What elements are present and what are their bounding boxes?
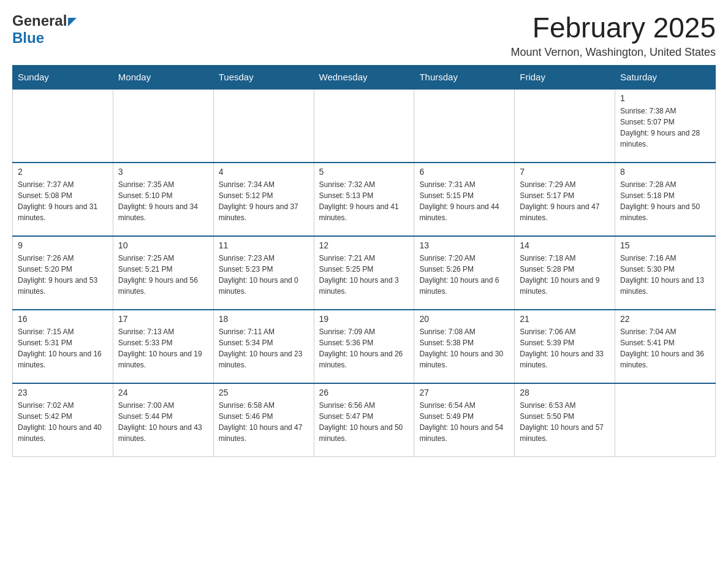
day-number: 14 — [520, 240, 610, 250]
calendar-cell: 11Sunrise: 7:23 AM Sunset: 5:23 PM Dayli… — [213, 236, 314, 310]
day-number: 22 — [620, 314, 710, 324]
day-info: Sunrise: 7:38 AM Sunset: 5:07 PM Dayligh… — [620, 105, 710, 150]
logo-general-text: General — [12, 12, 67, 29]
calendar-cell — [314, 89, 414, 163]
day-number: 19 — [319, 314, 409, 324]
calendar-cell — [213, 89, 314, 163]
calendar-cell: 21Sunrise: 7:06 AM Sunset: 5:39 PM Dayli… — [515, 310, 615, 383]
day-info: Sunrise: 7:00 AM Sunset: 5:44 PM Dayligh… — [118, 400, 208, 444]
day-number: 4 — [219, 167, 309, 177]
calendar-cell: 18Sunrise: 7:11 AM Sunset: 5:34 PM Dayli… — [213, 310, 314, 383]
calendar-week-4: 16Sunrise: 7:15 AM Sunset: 5:31 PM Dayli… — [13, 310, 716, 383]
day-info: Sunrise: 7:13 AM Sunset: 5:33 PM Dayligh… — [118, 326, 208, 370]
calendar-cell: 9Sunrise: 7:26 AM Sunset: 5:20 PM Daylig… — [13, 236, 113, 310]
day-info: Sunrise: 7:08 AM Sunset: 5:38 PM Dayligh… — [419, 326, 509, 370]
calendar-cell: 10Sunrise: 7:25 AM Sunset: 5:21 PM Dayli… — [113, 236, 213, 310]
day-number: 15 — [620, 240, 710, 250]
calendar-cell: 24Sunrise: 7:00 AM Sunset: 5:44 PM Dayli… — [113, 383, 213, 457]
day-info: Sunrise: 7:06 AM Sunset: 5:39 PM Dayligh… — [520, 326, 610, 370]
calendar-week-1: 1Sunrise: 7:38 AM Sunset: 5:07 PM Daylig… — [13, 89, 716, 163]
calendar-cell: 8Sunrise: 7:28 AM Sunset: 5:18 PM Daylig… — [615, 163, 716, 236]
calendar-cell: 28Sunrise: 6:53 AM Sunset: 5:50 PM Dayli… — [515, 383, 615, 457]
location-title: Mount Vernon, Washington, United States — [510, 46, 716, 59]
day-number: 28 — [520, 388, 610, 397]
day-number: 8 — [620, 167, 710, 177]
day-number: 18 — [219, 314, 309, 324]
day-number: 5 — [319, 167, 409, 177]
day-number: 17 — [118, 314, 208, 324]
calendar-table: SundayMondayTuesdayWednesdayThursdayFrid… — [12, 65, 716, 458]
day-number: 13 — [419, 240, 509, 250]
calendar-cell: 12Sunrise: 7:21 AM Sunset: 5:25 PM Dayli… — [314, 236, 414, 310]
day-info: Sunrise: 7:26 AM Sunset: 5:20 PM Dayligh… — [18, 253, 108, 297]
day-number: 21 — [520, 314, 610, 324]
calendar-cell: 26Sunrise: 6:56 AM Sunset: 5:47 PM Dayli… — [314, 383, 414, 457]
day-info: Sunrise: 7:35 AM Sunset: 5:10 PM Dayligh… — [118, 179, 208, 223]
day-info: Sunrise: 7:16 AM Sunset: 5:30 PM Dayligh… — [620, 253, 710, 297]
calendar-cell: 6Sunrise: 7:31 AM Sunset: 5:15 PM Daylig… — [414, 163, 515, 236]
day-info: Sunrise: 7:15 AM Sunset: 5:31 PM Dayligh… — [18, 326, 108, 370]
day-info: Sunrise: 7:34 AM Sunset: 5:12 PM Dayligh… — [219, 179, 309, 223]
calendar-cell: 16Sunrise: 7:15 AM Sunset: 5:31 PM Dayli… — [13, 310, 113, 383]
calendar-cell: 23Sunrise: 7:02 AM Sunset: 5:42 PM Dayli… — [13, 383, 113, 457]
day-info: Sunrise: 7:23 AM Sunset: 5:23 PM Dayligh… — [219, 253, 309, 297]
day-info: Sunrise: 7:02 AM Sunset: 5:42 PM Dayligh… — [18, 400, 108, 444]
calendar-cell: 17Sunrise: 7:13 AM Sunset: 5:33 PM Dayli… — [113, 310, 213, 383]
weekday-header-thursday: Thursday — [414, 65, 515, 89]
calendar-cell: 14Sunrise: 7:18 AM Sunset: 5:28 PM Dayli… — [515, 236, 615, 310]
day-number: 16 — [18, 314, 108, 324]
day-info: Sunrise: 7:11 AM Sunset: 5:34 PM Dayligh… — [219, 326, 309, 370]
calendar-week-5: 23Sunrise: 7:02 AM Sunset: 5:42 PM Dayli… — [13, 383, 716, 457]
day-info: Sunrise: 6:58 AM Sunset: 5:46 PM Dayligh… — [219, 400, 309, 444]
weekday-header-tuesday: Tuesday — [213, 65, 314, 89]
logo: General Blue — [12, 12, 77, 47]
calendar-cell: 2Sunrise: 7:37 AM Sunset: 5:08 PM Daylig… — [13, 163, 113, 236]
month-title: February 2025 — [510, 12, 716, 44]
day-number: 10 — [118, 240, 208, 250]
day-info: Sunrise: 7:18 AM Sunset: 5:28 PM Dayligh… — [520, 253, 610, 297]
day-number: 23 — [18, 388, 108, 397]
weekday-header-monday: Monday — [113, 65, 213, 89]
day-number: 3 — [118, 167, 208, 177]
day-number: 25 — [219, 388, 309, 397]
weekday-header-saturday: Saturday — [615, 65, 716, 89]
calendar-cell: 15Sunrise: 7:16 AM Sunset: 5:30 PM Dayli… — [615, 236, 716, 310]
day-info: Sunrise: 7:29 AM Sunset: 5:17 PM Dayligh… — [520, 179, 610, 223]
weekday-header-friday: Friday — [515, 65, 615, 89]
calendar-cell: 27Sunrise: 6:54 AM Sunset: 5:49 PM Dayli… — [414, 383, 515, 457]
day-number: 9 — [18, 240, 108, 250]
calendar-cell: 13Sunrise: 7:20 AM Sunset: 5:26 PM Dayli… — [414, 236, 515, 310]
logo-arrow-icon — [68, 18, 77, 26]
calendar-cell: 25Sunrise: 6:58 AM Sunset: 5:46 PM Dayli… — [213, 383, 314, 457]
calendar-cell — [113, 89, 213, 163]
day-info: Sunrise: 6:54 AM Sunset: 5:49 PM Dayligh… — [419, 400, 509, 444]
calendar-cell: 1Sunrise: 7:38 AM Sunset: 5:07 PM Daylig… — [615, 89, 716, 163]
title-block: February 2025 Mount Vernon, Washington, … — [510, 12, 716, 59]
calendar-week-2: 2Sunrise: 7:37 AM Sunset: 5:08 PM Daylig… — [13, 163, 716, 236]
day-number: 24 — [118, 388, 208, 397]
day-number: 26 — [319, 388, 409, 397]
day-info: Sunrise: 7:04 AM Sunset: 5:41 PM Dayligh… — [620, 326, 710, 370]
day-number: 11 — [219, 240, 309, 250]
calendar-cell: 4Sunrise: 7:34 AM Sunset: 5:12 PM Daylig… — [213, 163, 314, 236]
calendar-cell — [414, 89, 515, 163]
weekday-header-wednesday: Wednesday — [314, 65, 414, 89]
day-number: 6 — [419, 167, 509, 177]
day-number: 27 — [419, 388, 509, 397]
day-number: 1 — [620, 93, 710, 103]
day-info: Sunrise: 7:32 AM Sunset: 5:13 PM Dayligh… — [319, 179, 409, 223]
page-header: General Blue February 2025 Mount Vernon,… — [12, 12, 716, 59]
day-info: Sunrise: 7:21 AM Sunset: 5:25 PM Dayligh… — [319, 253, 409, 297]
day-info: Sunrise: 6:56 AM Sunset: 5:47 PM Dayligh… — [319, 400, 409, 444]
weekday-header-sunday: Sunday — [13, 65, 113, 89]
day-info: Sunrise: 7:20 AM Sunset: 5:26 PM Dayligh… — [419, 253, 509, 297]
calendar-cell — [615, 383, 716, 457]
day-info: Sunrise: 6:53 AM Sunset: 5:50 PM Dayligh… — [520, 400, 610, 444]
calendar-cell: 20Sunrise: 7:08 AM Sunset: 5:38 PM Dayli… — [414, 310, 515, 383]
day-number: 20 — [419, 314, 509, 324]
calendar-cell: 19Sunrise: 7:09 AM Sunset: 5:36 PM Dayli… — [314, 310, 414, 383]
weekday-header-row: SundayMondayTuesdayWednesdayThursdayFrid… — [13, 65, 716, 89]
day-info: Sunrise: 7:28 AM Sunset: 5:18 PM Dayligh… — [620, 179, 710, 223]
calendar-cell: 22Sunrise: 7:04 AM Sunset: 5:41 PM Dayli… — [615, 310, 716, 383]
day-number: 2 — [18, 167, 108, 177]
